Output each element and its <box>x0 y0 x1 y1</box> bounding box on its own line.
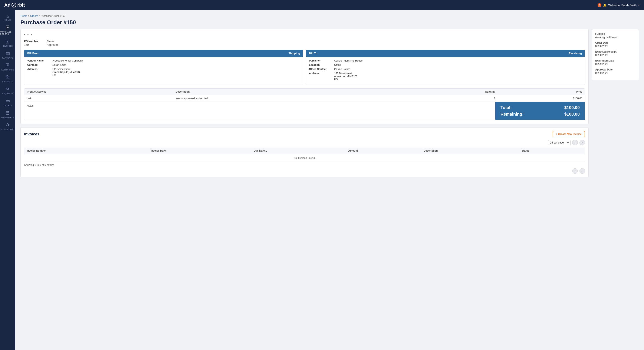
user-menu[interactable]: 9 🔔 Welcome, Sarah Smith ▾ <box>598 3 640 7</box>
svg-point-14 <box>6 101 7 102</box>
desc-header: Description <box>421 148 519 154</box>
quantity-cell: 1 <box>404 95 498 102</box>
sidebar-item-purchase-orders[interactable]: Purchase Orders <box>0 23 15 37</box>
due-date-header[interactable]: Due Date▲ <box>251 148 346 154</box>
sidebar-label-editorials: Editorials <box>2 69 14 71</box>
svg-rect-16 <box>6 112 9 114</box>
app-logo: Ad rbit <box>4 2 25 8</box>
sidebar-label-projects: Projects <box>2 81 13 83</box>
contact-label: Contact: <box>27 64 51 66</box>
remaining-label: Remaining: <box>500 112 524 117</box>
sidebar-item-invoices[interactable]: $ Invoices <box>0 37 15 49</box>
pagination-bar: 25 per page 10 per page 50 per page 100 … <box>24 140 585 146</box>
create-invoice-button[interactable]: + Create New Invoice <box>553 131 585 137</box>
order-date-value: 08/30/2023 <box>595 45 636 48</box>
po-number-label: PO Number <box>24 40 38 43</box>
total-row: Total: $100.00 <box>500 105 580 110</box>
home-icon: ⌂ <box>6 14 9 18</box>
contact-row: Contact: Sarah Smith <box>27 64 300 66</box>
sidebar-item-my-account[interactable]: My Account <box>0 121 15 133</box>
price-cell: $100.00 <box>498 95 585 102</box>
notification-badge[interactable]: 9 <box>598 3 602 7</box>
sidebar-item-tickets[interactable]: Tickets <box>0 97 15 109</box>
sidebar-label-home: Home <box>5 19 11 21</box>
showing-text: Showing 0 to 0 of 0 entries <box>24 164 585 166</box>
bottom-prev-button[interactable]: ‹ <box>572 168 578 174</box>
address-value: 111 somewhere Grand Rapids, MI 49504 US <box>52 68 80 77</box>
timesheets-icon <box>6 111 10 116</box>
breadcrumb-orders[interactable]: Orders <box>30 14 38 18</box>
address-row: Address: 111 somewhere Grand Rapids, MI … <box>27 68 300 77</box>
svg-point-20 <box>7 124 8 125</box>
three-dots-menu[interactable]: • • • <box>24 33 585 37</box>
bill-to-address-label: Address: <box>309 72 332 81</box>
fulfilled-label: Fulfilled <box>595 32 636 35</box>
remaining-value: $100.00 <box>564 112 580 117</box>
location-row: Location: Office <box>309 64 582 66</box>
totals-section: Total: $100.00 Remaining: $100.00 <box>495 102 585 120</box>
requests-icon <box>6 87 10 92</box>
invoices-section: Invoices + Create New Invoice 25 per pag… <box>20 127 589 177</box>
sidebar-item-projects[interactable]: Projects <box>0 73 15 85</box>
shipping-label: Shipping <box>288 52 300 55</box>
office-contact-row: Office Contact: Cassie Pataro <box>309 68 582 71</box>
expiration-date-field: Expiration Date 09/29/2023 <box>595 59 636 66</box>
po-number-field: PO Number 150 <box>24 40 38 46</box>
sidebar-label-timesheets: Timesheets <box>1 116 14 118</box>
breadcrumb-home[interactable]: Home <box>20 14 27 18</box>
per-page-select[interactable]: 25 per page 10 per page 50 per page 100 … <box>548 140 570 145</box>
expiration-date-label: Expiration Date <box>595 59 636 62</box>
receiving-label: Receiving <box>569 52 582 55</box>
next-page-button[interactable]: › <box>580 140 585 146</box>
notes-section: Notes: <box>24 102 495 120</box>
sidebar-label-purchase-orders: Purchase Orders <box>0 31 15 35</box>
products-section: Product/Service Description Quantity Pri… <box>24 88 585 120</box>
sidebar-item-requests[interactable]: Requests <box>0 85 15 97</box>
bill-from-header: Bill From Shipping <box>24 50 303 57</box>
publisher-label: Publisher: <box>309 59 332 62</box>
po-number-value: 150 <box>24 43 29 46</box>
sidebar-item-timesheets[interactable]: Timesheets <box>0 109 15 121</box>
bill-to-header: Bill To Receiving <box>306 50 585 57</box>
side-info-panel: Fulfilled Awaiting Fulfillment Order Dat… <box>592 29 639 177</box>
sidebar-label-requests: Requests <box>2 92 14 95</box>
fulfilled-value: Awaiting Fulfillment <box>595 36 636 39</box>
notification-icon[interactable]: 🔔 <box>603 4 606 7</box>
fulfilled-field: Fulfilled Awaiting Fulfillment <box>595 32 636 39</box>
info-card: Fulfilled Awaiting Fulfillment Order Dat… <box>592 29 639 80</box>
sidebar-item-home[interactable]: ⌂ Home <box>0 12 15 23</box>
vendor-name-value: Freelance Writer Company <box>52 59 83 62</box>
prev-page-button[interactable]: ‹ <box>572 140 578 146</box>
sidebar-item-editorials[interactable]: Editorials <box>0 61 15 73</box>
bill-to-address-value: 123 Main street Ann Arbor, MI 48103 US <box>334 72 357 81</box>
col-description: Description <box>173 88 404 95</box>
sidebar: ⌂ Home Purchase Orders $ Invoices <box>0 10 15 350</box>
breadcrumb-sep2: > <box>39 14 41 18</box>
logo-text-rbit: rbit <box>17 2 25 8</box>
chevron-down-icon: ▾ <box>638 4 640 7</box>
editorials-icon <box>6 63 10 68</box>
purchase-orders-icon <box>6 25 10 30</box>
projects-icon <box>6 75 10 80</box>
bottom-next-button[interactable]: › <box>580 168 585 174</box>
office-contact-label: Office Contact: <box>309 68 332 71</box>
bill-to-box: Bill To Receiving Publisher: Cassie Publ… <box>306 50 585 85</box>
col-price: Price <box>498 88 585 95</box>
approval-date-value: 08/30/2023 <box>595 72 636 74</box>
breadcrumb-sep1: > <box>28 14 30 18</box>
logo-orbit-icon <box>12 3 16 8</box>
notes-label: Notes: <box>27 104 34 107</box>
bottom-pagination: ‹ › <box>24 168 585 174</box>
sidebar-label-payments: Payments <box>2 57 13 59</box>
sidebar-item-payments[interactable]: Payments <box>0 49 15 61</box>
invoice-num-header: Invoice Number <box>24 148 148 154</box>
publisher-row: Publisher: Cassie Publishing House <box>309 59 582 62</box>
col-quantity: Quantity <box>404 88 498 95</box>
location-label: Location: <box>309 64 332 66</box>
office-contact-value: Cassie Pataro <box>334 68 350 71</box>
order-date-label: Order Date <box>595 41 636 44</box>
expected-receipt-value: 08/30/2023 <box>595 54 636 57</box>
payments-icon <box>6 51 10 56</box>
bill-to-address-row: Address: 123 Main street Ann Arbor, MI 4… <box>309 72 582 81</box>
bill-from-content: Vendor Name: Freelance Writer Company Co… <box>24 57 303 80</box>
